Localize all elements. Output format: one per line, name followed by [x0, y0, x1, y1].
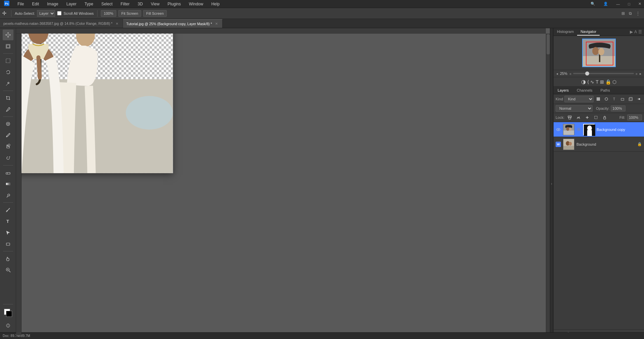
filter-smartobj-icon[interactable]: [627, 96, 634, 102]
artboard-tool[interactable]: [3, 41, 13, 52]
healing-tool[interactable]: [3, 118, 13, 129]
layer-item-background[interactable]: W Background 🔒: [554, 137, 644, 152]
menu-layer[interactable]: Layer: [65, 1, 78, 7]
zoom-slider[interactable]: [573, 73, 634, 74]
menu-help[interactable]: Help: [210, 1, 221, 7]
type-tool[interactable]: T: [3, 216, 13, 227]
adjustment-3d-icon[interactable]: ⬡: [612, 79, 616, 85]
svg-point-8: [8, 144, 10, 146]
filter-shape-icon[interactable]: [619, 96, 626, 102]
zoom-tool[interactable]: [3, 264, 13, 275]
layer-item-background-copy[interactable]: ⛓ Background copy: [554, 122, 644, 137]
eraser-tool[interactable]: [3, 167, 13, 178]
svg-rect-10: [7, 173, 8, 174]
extra-options-icon[interactable]: ⋮: [636, 11, 640, 16]
history-brush-tool[interactable]: [3, 153, 13, 163]
canvas-area[interactable]: [16, 28, 550, 339]
adjustment-text-icon[interactable]: T: [596, 79, 599, 85]
zoom-out-btn[interactable]: ◂: [556, 72, 558, 76]
menu-3d[interactable]: 3D: [136, 1, 144, 7]
quick-mask-tool[interactable]: [3, 320, 13, 331]
marquee-tool[interactable]: [3, 55, 13, 66]
zoom-level-btn[interactable]: 100%: [101, 10, 116, 17]
zoom-left-arrow[interactable]: ◃: [569, 72, 571, 76]
lock-transparent-btn[interactable]: [566, 114, 573, 121]
menu-filter[interactable]: Filter: [119, 1, 131, 7]
adjustment-lock-icon[interactable]: 🔒: [605, 79, 611, 85]
lock-position-btn[interactable]: [584, 114, 591, 121]
panel-collapse-btn[interactable]: ›: [550, 28, 553, 339]
magic-wand-tool[interactable]: [3, 78, 13, 89]
tab-2[interactable]: Tutorial.jpg @ 25% (Background copy, Lay…: [123, 19, 223, 28]
lock-artboard-btn[interactable]: [593, 114, 599, 121]
menu-image[interactable]: Image: [46, 1, 59, 7]
scroll-all-windows-checkbox[interactable]: [57, 11, 62, 15]
arrange-icon[interactable]: ⧉: [629, 11, 632, 16]
panel-text-icon[interactable]: A: [634, 30, 637, 34]
filter-kind-dropdown[interactable]: Kind Name Effect Mode Attribute Color: [564, 96, 594, 102]
zoom-right-arrow[interactable]: ▹: [636, 72, 638, 76]
panel-toggle-icon[interactable]: ⊞: [621, 11, 625, 16]
fill-screen-btn[interactable]: Fill Screen: [143, 10, 167, 17]
tab-1[interactable]: pexels-matheus-natan-3683587.jpg @ 14.8%…: [0, 19, 123, 28]
move-tool-icon: ✛: [2, 10, 6, 16]
pen-tool[interactable]: [3, 204, 13, 215]
menu-view[interactable]: View: [150, 1, 161, 7]
filter-text-icon[interactable]: T: [611, 96, 618, 102]
menu-file[interactable]: File: [16, 1, 25, 7]
adjustment-curves-icon[interactable]: ⟨: [587, 79, 589, 85]
layer-visibility-bg-copy[interactable]: [556, 127, 561, 132]
move-tool[interactable]: [3, 30, 13, 40]
dodge-tool[interactable]: [3, 190, 13, 201]
window-maximize[interactable]: □: [628, 2, 630, 6]
lock-image-btn[interactable]: [575, 114, 582, 121]
layers-tab-paths[interactable]: Paths: [597, 87, 614, 94]
search-icon[interactable]: 🔍: [591, 2, 595, 6]
adjustment-levels-icon[interactable]: ∿: [590, 79, 594, 85]
lock-all-btn[interactable]: [601, 114, 608, 121]
tab-navigator[interactable]: Navigator: [577, 28, 600, 36]
canvas-scrollbar-v[interactable]: [546, 34, 550, 335]
menu-type[interactable]: Type: [83, 1, 94, 7]
auto-select-dropdown[interactable]: Layer: [37, 10, 55, 17]
menu-select[interactable]: Select: [100, 1, 114, 7]
window-minimize[interactable]: —: [616, 2, 620, 6]
crop-tool[interactable]: [3, 93, 13, 103]
clone-tool[interactable]: [3, 141, 13, 152]
gradient-tool[interactable]: [3, 179, 13, 189]
filter-adjust-icon[interactable]: [603, 96, 610, 102]
lasso-tool[interactable]: [3, 67, 13, 78]
fill-input[interactable]: [627, 114, 642, 120]
filter-pixel-icon[interactable]: [595, 96, 602, 102]
opacity-input[interactable]: [611, 105, 626, 111]
menu-ps[interactable]: Ps: [3, 0, 11, 8]
menu-edit[interactable]: Edit: [31, 1, 40, 7]
filter-toggle[interactable]: [635, 96, 642, 102]
path-select-tool[interactable]: [3, 227, 13, 238]
hand-tool[interactable]: [3, 253, 13, 264]
zoom-in-btn[interactable]: ▸: [640, 72, 641, 76]
panel-options: ▶ A ☰: [628, 28, 644, 36]
menu-plugins[interactable]: Plugins: [166, 1, 182, 7]
brush-tool[interactable]: [3, 130, 13, 141]
tab-1-close[interactable]: ✕: [115, 21, 119, 26]
panel-play-icon[interactable]: ▶: [630, 30, 633, 34]
fit-screen-btn[interactable]: Fit Screen: [118, 10, 141, 17]
window-close[interactable]: ✕: [638, 2, 641, 6]
main-canvas[interactable]: [16, 28, 173, 173]
menu-window[interactable]: Window: [188, 1, 205, 7]
blend-mode-dropdown[interactable]: Normal Dissolve Multiply Screen Overlay: [556, 105, 593, 112]
layers-filter-row: Kind Kind Name Effect Mode Attribute Col…: [554, 94, 644, 104]
eyedropper-tool[interactable]: [3, 104, 13, 115]
shape-tool[interactable]: [3, 239, 13, 249]
panel-menu-icon[interactable]: ☰: [638, 30, 642, 34]
color-picker[interactable]: [3, 307, 13, 318]
adjustment-brightness-icon[interactable]: ◑: [581, 79, 586, 85]
tab-2-close[interactable]: ✕: [214, 21, 219, 26]
layers-tab-channels[interactable]: Channels: [573, 87, 596, 94]
layers-tab-layers[interactable]: Layers: [554, 87, 573, 94]
navigator-thumbnail[interactable]: [582, 39, 616, 67]
tab-histogram[interactable]: Histogram: [554, 28, 577, 36]
adjustment-grid-icon[interactable]: ⊞: [600, 79, 604, 85]
account-icon[interactable]: 👤: [603, 2, 608, 6]
